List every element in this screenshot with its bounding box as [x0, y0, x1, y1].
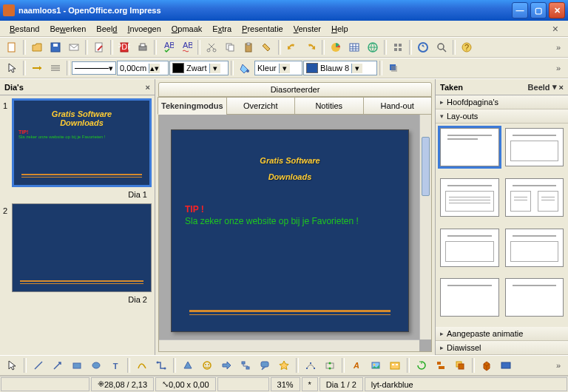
curve-tool[interactable] — [133, 356, 151, 374]
zoom-button[interactable] — [433, 38, 450, 56]
select-tool[interactable] — [3, 356, 21, 374]
points-edit-tool[interactable] — [302, 356, 320, 374]
menu-invoegen[interactable]: Invoegen — [122, 23, 166, 35]
tasks-view-dropdown-icon[interactable]: ▾ — [552, 82, 557, 92]
toolbar2-overflow-icon[interactable]: » — [556, 64, 565, 72]
menu-bewerken[interactable]: Bewerken — [44, 23, 91, 35]
section-layouts[interactable]: Lay-outs — [436, 109, 568, 124]
rectangle-tool[interactable] — [68, 356, 86, 374]
drawing-toolbar-overflow-icon[interactable]: » — [556, 361, 565, 370]
toolbar-overflow-icon[interactable]: » — [556, 43, 565, 52]
callouts-tool[interactable] — [256, 356, 274, 374]
layout-option[interactable] — [440, 128, 499, 166]
rotate-tool[interactable] — [413, 356, 430, 374]
save-button[interactable] — [47, 38, 64, 56]
slide-thumbnail-1[interactable]: 1 Gratis SoftwareDownloads TIP! Sla zeke… — [3, 98, 152, 187]
diasorteerder-button[interactable]: Diasorteerder — [158, 82, 432, 97]
shadow-button[interactable] — [385, 59, 402, 77]
line-tool[interactable] — [30, 356, 47, 374]
menu-venster[interactable]: Venster — [288, 23, 326, 35]
menu-help[interactable]: Help — [326, 23, 354, 35]
arrow-tool[interactable] — [49, 356, 67, 374]
format-paintbrush-button[interactable] — [258, 38, 276, 56]
undo-button[interactable] — [283, 38, 301, 56]
status-zoom[interactable]: 31% — [271, 377, 300, 391]
arrow-select-button[interactable] — [3, 59, 21, 77]
line-color-selector[interactable]: Zwart▾ — [169, 61, 229, 75]
tasks-view-label[interactable]: Beeld — [528, 83, 550, 92]
minimize-button[interactable]: — — [512, 2, 528, 18]
interaction-tool[interactable] — [497, 356, 515, 374]
layout-option[interactable] — [505, 128, 564, 166]
menu-opmaak[interactable]: Opmaak — [166, 23, 208, 35]
maximize-button[interactable]: ▢ — [530, 2, 547, 18]
hyperlink-button[interactable] — [364, 38, 382, 56]
print-button[interactable] — [134, 38, 152, 56]
line-style-selector[interactable]: ▾ — [72, 61, 116, 75]
open-button[interactable] — [28, 38, 46, 56]
ellipse-tool[interactable] — [87, 356, 105, 374]
line-endings-button[interactable] — [28, 59, 46, 77]
grid-button[interactable] — [389, 38, 407, 56]
layout-option[interactable] — [505, 229, 564, 267]
section-masterpages[interactable]: Hoofdpagina's — [436, 95, 568, 109]
from-file-tool[interactable] — [367, 356, 385, 374]
arrange-tool[interactable] — [451, 356, 469, 374]
layout-option[interactable] — [505, 278, 564, 317]
table-button[interactable] — [345, 38, 363, 56]
fill-color-selector[interactable]: Blauw 8▾ — [303, 61, 377, 75]
slide-thumbnail-2[interactable]: 2 — [3, 203, 152, 292]
section-custom-animation[interactable]: Aangepaste animatie — [436, 327, 568, 341]
new-button[interactable] — [3, 38, 21, 56]
redo-button[interactable] — [302, 38, 320, 56]
line-width-input[interactable]: 0,00cm▴▾ — [117, 61, 169, 75]
spellcheck-button[interactable]: ABC — [159, 38, 177, 56]
vertical-scrollbar[interactable] — [419, 115, 431, 339]
edit-file-button[interactable] — [90, 38, 108, 56]
auto-spellcheck-button[interactable]: ABC — [178, 38, 195, 56]
block-arrows-tool[interactable] — [217, 356, 235, 374]
flowchart-tool[interactable] — [237, 356, 254, 374]
menu-beeld[interactable]: Beeld — [91, 23, 122, 35]
navigator-button[interactable] — [414, 38, 432, 56]
help-button[interactable]: ? — [458, 38, 476, 56]
basic-shapes-tool[interactable] — [179, 356, 197, 374]
fontwork-tool[interactable]: A — [348, 356, 365, 374]
fill-mode-selector[interactable]: Kleur▾ — [254, 61, 302, 75]
section-slide-transition[interactable]: Diawissel — [436, 341, 568, 355]
layout-option[interactable] — [440, 178, 499, 217]
export-pdf-button[interactable]: PDF — [115, 38, 133, 56]
cut-button[interactable] — [203, 38, 220, 56]
connector-tool[interactable] — [152, 356, 170, 374]
chart-button[interactable] — [327, 38, 345, 56]
menubar-close-icon[interactable]: × — [547, 21, 564, 36]
email-button[interactable] — [65, 38, 83, 56]
extrusion-tool[interactable] — [478, 356, 496, 374]
layout-option[interactable] — [440, 278, 499, 317]
menu-extra[interactable]: Extra — [207, 23, 237, 35]
menu-bestand[interactable]: Bestand — [4, 23, 44, 35]
slides-panel-close-icon[interactable]: × — [146, 83, 150, 92]
menu-presentatie[interactable]: Presentatie — [237, 23, 288, 35]
tab-notities[interactable]: Notities — [294, 97, 364, 115]
tasks-panel-close-icon[interactable]: × — [559, 83, 564, 92]
copy-button[interactable] — [221, 38, 239, 56]
slide-canvas[interactable]: Gratis SoftwareDownloads TIP ! Sla zeker… — [158, 115, 432, 352]
gallery-tool[interactable] — [386, 356, 404, 374]
close-button[interactable]: ✕ — [549, 2, 565, 18]
layout-option[interactable] — [505, 178, 564, 217]
paste-button[interactable] — [240, 38, 257, 56]
area-fill-button[interactable] — [236, 59, 254, 77]
symbol-shapes-tool[interactable] — [198, 356, 216, 374]
line-style-dropdown[interactable] — [47, 59, 64, 77]
current-slide[interactable]: Gratis SoftwareDownloads TIP ! Sla zeker… — [171, 129, 409, 332]
tab-handout[interactable]: Hand-out — [363, 97, 433, 115]
glue-points-tool[interactable] — [321, 356, 339, 374]
align-tool[interactable] — [432, 356, 450, 374]
tab-tekeningmodus[interactable]: Tekeningmodus — [158, 97, 227, 115]
tab-overzicht[interactable]: Overzicht — [226, 97, 296, 115]
stars-tool[interactable] — [275, 356, 293, 374]
horizontal-scrollbar[interactable] — [159, 339, 419, 351]
text-tool[interactable]: T — [106, 356, 124, 374]
layout-option[interactable] — [440, 229, 499, 267]
